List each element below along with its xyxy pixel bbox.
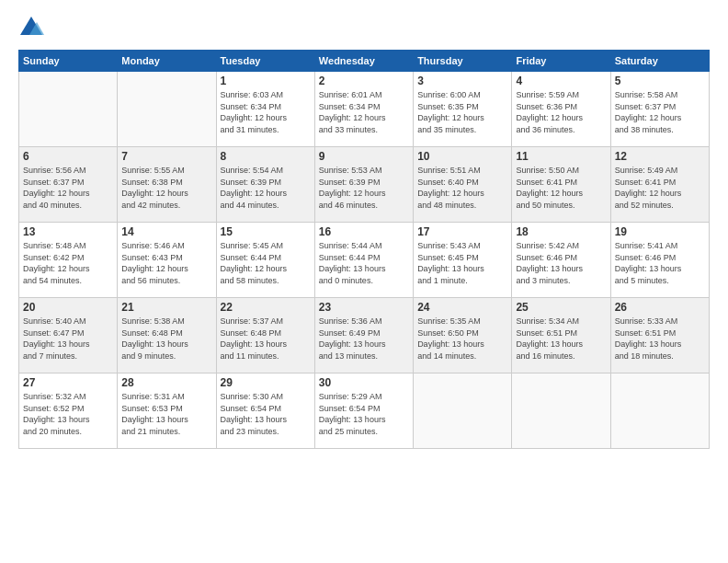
day-info: Sunrise: 5:48 AM Sunset: 6:42 PM Dayligh…	[23, 240, 113, 286]
calendar-cell: 25Sunrise: 5:34 AM Sunset: 6:51 PM Dayli…	[512, 298, 610, 373]
calendar-cell	[610, 373, 709, 449]
day-info: Sunrise: 5:44 AM Sunset: 6:44 PM Dayligh…	[319, 240, 409, 286]
calendar-cell: 7Sunrise: 5:55 AM Sunset: 6:38 PM Daylig…	[118, 147, 216, 223]
day-number: 20	[23, 301, 113, 314]
day-number: 13	[23, 225, 113, 238]
day-number: 18	[516, 225, 606, 238]
day-info: Sunrise: 5:56 AM Sunset: 6:37 PM Dayligh…	[23, 165, 113, 211]
calendar-cell: 29Sunrise: 5:30 AM Sunset: 6:54 PM Dayli…	[216, 373, 314, 449]
calendar-cell: 13Sunrise: 5:48 AM Sunset: 6:42 PM Dayli…	[19, 223, 118, 298]
calendar-cell: 10Sunrise: 5:51 AM Sunset: 6:40 PM Dayli…	[414, 147, 512, 223]
calendar-week-row: 20Sunrise: 5:40 AM Sunset: 6:47 PM Dayli…	[19, 298, 710, 373]
day-number: 10	[417, 150, 507, 163]
day-number: 17	[417, 225, 507, 238]
day-number: 11	[516, 150, 606, 163]
header	[18, 15, 710, 40]
calendar: SundayMondayTuesdayWednesdayThursdayFrid…	[18, 50, 710, 449]
day-number: 21	[121, 301, 211, 314]
day-info: Sunrise: 5:33 AM Sunset: 6:51 PM Dayligh…	[615, 316, 705, 362]
day-info: Sunrise: 5:41 AM Sunset: 6:46 PM Dayligh…	[615, 240, 705, 286]
calendar-cell: 15Sunrise: 5:45 AM Sunset: 6:44 PM Dayli…	[216, 223, 314, 298]
logo	[18, 15, 48, 40]
day-info: Sunrise: 5:38 AM Sunset: 6:48 PM Dayligh…	[121, 316, 211, 362]
calendar-cell: 18Sunrise: 5:42 AM Sunset: 6:46 PM Dayli…	[512, 223, 610, 298]
calendar-cell: 2Sunrise: 6:01 AM Sunset: 6:34 PM Daylig…	[314, 72, 413, 147]
day-info: Sunrise: 5:34 AM Sunset: 6:51 PM Dayligh…	[516, 316, 606, 362]
calendar-header-wednesday: Wednesday	[314, 51, 413, 72]
day-number: 23	[319, 301, 409, 314]
calendar-cell: 5Sunrise: 5:58 AM Sunset: 6:37 PM Daylig…	[610, 72, 709, 147]
day-info: Sunrise: 5:30 AM Sunset: 6:54 PM Dayligh…	[221, 391, 311, 437]
day-number: 2	[319, 75, 409, 87]
day-info: Sunrise: 5:32 AM Sunset: 6:52 PM Dayligh…	[23, 391, 113, 437]
calendar-cell: 4Sunrise: 5:59 AM Sunset: 6:36 PM Daylig…	[512, 72, 610, 147]
day-number: 14	[121, 225, 211, 238]
day-number: 5	[615, 75, 705, 87]
day-number: 7	[121, 150, 211, 163]
calendar-cell: 21Sunrise: 5:38 AM Sunset: 6:48 PM Dayli…	[118, 298, 216, 373]
day-number: 27	[23, 376, 113, 389]
day-info: Sunrise: 5:55 AM Sunset: 6:38 PM Dayligh…	[121, 165, 211, 211]
calendar-week-row: 1Sunrise: 6:03 AM Sunset: 6:34 PM Daylig…	[19, 72, 710, 147]
calendar-cell: 3Sunrise: 6:00 AM Sunset: 6:35 PM Daylig…	[414, 72, 512, 147]
day-number: 12	[615, 150, 705, 163]
calendar-header-monday: Monday	[118, 51, 216, 72]
day-number: 16	[319, 225, 409, 238]
day-number: 22	[221, 301, 311, 314]
calendar-header-thursday: Thursday	[414, 51, 512, 72]
calendar-cell: 8Sunrise: 5:54 AM Sunset: 6:39 PM Daylig…	[216, 147, 314, 223]
day-number: 30	[319, 376, 409, 389]
calendar-cell: 16Sunrise: 5:44 AM Sunset: 6:44 PM Dayli…	[314, 223, 413, 298]
calendar-cell: 17Sunrise: 5:43 AM Sunset: 6:45 PM Dayli…	[414, 223, 512, 298]
day-info: Sunrise: 5:54 AM Sunset: 6:39 PM Dayligh…	[221, 165, 311, 211]
day-number: 25	[516, 301, 606, 314]
logo-icon	[18, 15, 44, 40]
day-info: Sunrise: 5:37 AM Sunset: 6:48 PM Dayligh…	[221, 316, 311, 362]
calendar-cell	[19, 72, 118, 147]
day-number: 26	[615, 301, 705, 314]
day-info: Sunrise: 5:45 AM Sunset: 6:44 PM Dayligh…	[221, 240, 311, 286]
day-info: Sunrise: 6:01 AM Sunset: 6:34 PM Dayligh…	[319, 89, 409, 135]
calendar-cell: 19Sunrise: 5:41 AM Sunset: 6:46 PM Dayli…	[610, 223, 709, 298]
calendar-cell: 26Sunrise: 5:33 AM Sunset: 6:51 PM Dayli…	[610, 298, 709, 373]
day-info: Sunrise: 5:53 AM Sunset: 6:39 PM Dayligh…	[319, 165, 409, 211]
calendar-cell: 27Sunrise: 5:32 AM Sunset: 6:52 PM Dayli…	[19, 373, 118, 449]
day-number: 4	[516, 75, 606, 87]
calendar-cell: 14Sunrise: 5:46 AM Sunset: 6:43 PM Dayli…	[118, 223, 216, 298]
calendar-header-friday: Friday	[512, 51, 610, 72]
calendar-cell: 20Sunrise: 5:40 AM Sunset: 6:47 PM Dayli…	[19, 298, 118, 373]
calendar-cell: 30Sunrise: 5:29 AM Sunset: 6:54 PM Dayli…	[314, 373, 413, 449]
calendar-header-saturday: Saturday	[610, 51, 709, 72]
day-info: Sunrise: 5:29 AM Sunset: 6:54 PM Dayligh…	[319, 391, 409, 437]
day-info: Sunrise: 5:58 AM Sunset: 6:37 PM Dayligh…	[615, 89, 705, 135]
calendar-cell	[414, 373, 512, 449]
calendar-cell	[118, 72, 216, 147]
calendar-cell: 6Sunrise: 5:56 AM Sunset: 6:37 PM Daylig…	[19, 147, 118, 223]
day-info: Sunrise: 5:43 AM Sunset: 6:45 PM Dayligh…	[417, 240, 507, 286]
day-number: 15	[221, 225, 311, 238]
day-info: Sunrise: 5:59 AM Sunset: 6:36 PM Dayligh…	[516, 89, 606, 135]
day-number: 8	[221, 150, 311, 163]
day-info: Sunrise: 5:49 AM Sunset: 6:41 PM Dayligh…	[615, 165, 705, 211]
day-number: 19	[615, 225, 705, 238]
day-info: Sunrise: 5:36 AM Sunset: 6:49 PM Dayligh…	[319, 316, 409, 362]
day-info: Sunrise: 5:46 AM Sunset: 6:43 PM Dayligh…	[121, 240, 211, 286]
calendar-header-row: SundayMondayTuesdayWednesdayThursdayFrid…	[19, 51, 710, 72]
calendar-cell: 1Sunrise: 6:03 AM Sunset: 6:34 PM Daylig…	[216, 72, 314, 147]
day-number: 3	[417, 75, 507, 87]
day-info: Sunrise: 6:00 AM Sunset: 6:35 PM Dayligh…	[417, 89, 507, 135]
day-number: 9	[319, 150, 409, 163]
calendar-cell: 23Sunrise: 5:36 AM Sunset: 6:49 PM Dayli…	[314, 298, 413, 373]
day-info: Sunrise: 5:40 AM Sunset: 6:47 PM Dayligh…	[23, 316, 113, 362]
day-info: Sunrise: 5:31 AM Sunset: 6:53 PM Dayligh…	[121, 391, 211, 437]
calendar-header-tuesday: Tuesday	[216, 51, 314, 72]
calendar-cell: 24Sunrise: 5:35 AM Sunset: 6:50 PM Dayli…	[414, 298, 512, 373]
calendar-week-row: 13Sunrise: 5:48 AM Sunset: 6:42 PM Dayli…	[19, 223, 710, 298]
calendar-header-sunday: Sunday	[19, 51, 118, 72]
day-info: Sunrise: 5:50 AM Sunset: 6:41 PM Dayligh…	[516, 165, 606, 211]
day-number: 6	[23, 150, 113, 163]
calendar-cell	[512, 373, 610, 449]
day-number: 28	[121, 376, 211, 389]
day-info: Sunrise: 5:35 AM Sunset: 6:50 PM Dayligh…	[417, 316, 507, 362]
calendar-cell: 12Sunrise: 5:49 AM Sunset: 6:41 PM Dayli…	[610, 147, 709, 223]
